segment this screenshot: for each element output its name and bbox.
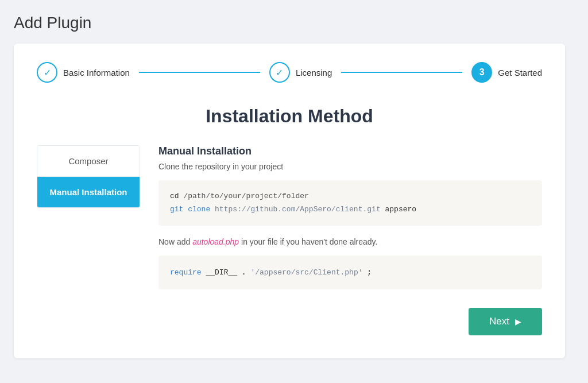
method-heading: Manual Installation <box>158 145 542 157</box>
step-line-2 <box>341 72 462 73</box>
section-title: Installation Method <box>37 106 542 127</box>
code-cd: cd <box>170 192 183 200</box>
note-suffix: in your file if you haven't done already… <box>239 237 377 246</box>
code-block-clone: cd /path/to/your/project/folder git clon… <box>158 180 542 226</box>
step-line-1 <box>139 72 260 73</box>
step-label-get-started: Get Started <box>498 68 542 78</box>
code-git: git <box>170 205 188 214</box>
method-description: Clone the repository in your project <box>158 162 542 171</box>
step-label-licensing: Licensing <box>296 68 332 78</box>
next-arrow-icon: ▶ <box>515 317 521 326</box>
code-semi: ; <box>367 268 372 277</box>
code-dir: __DIR__ <box>206 268 241 277</box>
step-get-started: 3 Get Started <box>471 62 542 83</box>
step-circle-basic-info: ✓ <box>37 62 57 83</box>
step-licensing: ✓ Licensing <box>269 62 332 83</box>
main-card: ✓ Basic Information ✓ Licensing 3 Get St… <box>14 44 565 358</box>
code-line-1: cd /path/to/your/project/folder <box>170 189 531 203</box>
code-str: '/appsero/src/Client.php' <box>250 268 362 277</box>
code-dot: . <box>242 268 251 277</box>
note-highlight: autoload.php <box>192 237 239 246</box>
next-label: Next <box>489 316 509 327</box>
step-circle-get-started: 3 <box>471 62 492 83</box>
tab-composer[interactable]: Composer <box>37 146 140 177</box>
next-button[interactable]: Next ▶ <box>469 308 542 335</box>
tab-manual-installation[interactable]: Manual Installation <box>37 177 140 207</box>
code-block-require: require __DIR__ . '/appsero/src/Client.p… <box>158 256 542 289</box>
page-title: Add Plugin <box>14 14 574 32</box>
installation-content: Manual Installation Clone the repository… <box>158 145 542 289</box>
note-text: Now add autoload.php in your file if you… <box>158 237 542 246</box>
step-basic-info: ✓ Basic Information <box>37 62 130 83</box>
code-line-2: git clone https://github.com/AppSero/cli… <box>170 203 531 216</box>
code-require: require <box>170 268 202 277</box>
footer: Next ▶ <box>37 308 542 335</box>
step-circle-licensing: ✓ <box>269 62 290 83</box>
stepper: ✓ Basic Information ✓ Licensing 3 Get St… <box>37 62 542 83</box>
tab-list: Composer Manual Installation <box>37 145 140 208</box>
step-label-basic-info: Basic Information <box>63 68 130 78</box>
content-area: Composer Manual Installation Manual Inst… <box>37 145 542 289</box>
note-prefix: Now add <box>158 237 192 246</box>
